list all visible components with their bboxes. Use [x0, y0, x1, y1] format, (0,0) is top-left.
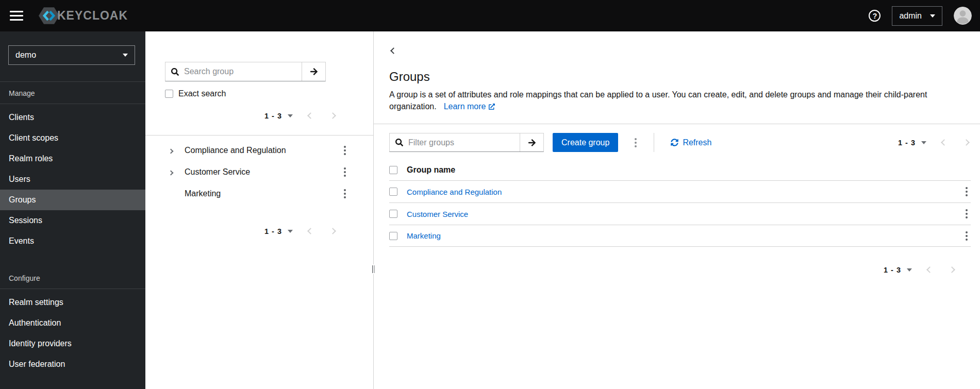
caret-down-icon: [288, 230, 293, 233]
caret-down-icon: [907, 268, 912, 272]
row-kebab-menu-icon[interactable]: [962, 207, 971, 221]
toolbar-kebab-menu-icon[interactable]: [632, 136, 640, 149]
sidebar-item-label: Clients: [9, 113, 34, 122]
realm-selector-value: demo: [15, 50, 36, 60]
pagination-next-button[interactable]: [962, 137, 971, 148]
row-checkbox[interactable]: [389, 210, 397, 218]
sidebar-item-label: Sessions: [9, 216, 42, 225]
create-group-button[interactable]: Create group: [553, 133, 618, 152]
chevron-right-icon: [329, 228, 336, 234]
sidebar-item-groups[interactable]: Groups: [0, 190, 145, 210]
sidebar-item-users[interactable]: Users: [0, 169, 145, 190]
expand-toggle-icon[interactable]: [169, 168, 185, 176]
user-menu-dropdown[interactable]: admin: [892, 6, 942, 26]
sidebar-item-sessions[interactable]: Sessions: [0, 210, 145, 231]
chevron-left-icon: [926, 266, 933, 273]
pagination-menu-toggle[interactable]: 1 - 3: [884, 266, 912, 274]
external-link-icon: [489, 104, 495, 110]
sidebar-item-label: Groups: [9, 195, 36, 205]
help-icon[interactable]: ?: [869, 10, 881, 22]
sidebar-item-label: Authentication: [9, 318, 61, 328]
pagination-menu-toggle[interactable]: 1 - 3: [264, 112, 293, 120]
chevron-down-icon: [123, 54, 128, 57]
group-name-link[interactable]: Marketing: [185, 189, 221, 198]
chevron-left-icon: [307, 228, 314, 234]
nav-section-configure: Configure: [0, 267, 145, 289]
kebab-menu-icon[interactable]: [341, 144, 349, 157]
group-name-link[interactable]: Compliance and Regulation: [185, 146, 286, 155]
filter-groups-input[interactable]: [408, 133, 520, 151]
groups-tree-panel: Exact search 1 - 3 Compliance and Regula…: [145, 31, 374, 389]
group-link[interactable]: Compliance and Regulation: [407, 188, 502, 196]
pagination-prev-button[interactable]: [306, 110, 315, 122]
pagination-range: 1 - 3: [884, 266, 901, 274]
collapse-panel-button[interactable]: [389, 46, 398, 56]
nav-section-manage: Manage: [0, 82, 145, 104]
panel-resize-handle[interactable]: [372, 264, 375, 274]
filter-submit-button[interactable]: [520, 133, 543, 151]
divider: [654, 133, 654, 152]
pagination-menu-toggle[interactable]: 1 - 3: [264, 227, 293, 235]
row-kebab-menu-icon[interactable]: [962, 185, 971, 198]
exact-search-checkbox[interactable]: [165, 90, 173, 98]
chevron-down-icon: [930, 14, 935, 18]
table-row-compliance-and-regulation: Compliance and Regulation: [389, 180, 971, 202]
refresh-button[interactable]: Refresh: [671, 138, 711, 147]
sidebar-item-events[interactable]: Events: [0, 231, 145, 251]
realm-selector[interactable]: demo: [8, 45, 135, 65]
page-description: A group is a set of attributes and role …: [389, 89, 959, 112]
group-name-link[interactable]: Customer Service: [185, 167, 250, 177]
groups-table: Group name Compliance and Regulation Cus…: [389, 159, 971, 247]
nav-list-configure: Realm settings Authentication Identity p…: [0, 289, 145, 375]
search-group-input[interactable]: [184, 62, 302, 81]
kebab-menu-icon[interactable]: [341, 165, 349, 179]
pagination-next-button[interactable]: [948, 264, 956, 276]
sidebar-item-realm-settings[interactable]: Realm settings: [0, 292, 145, 313]
row-kebab-menu-icon[interactable]: [962, 229, 971, 243]
pagination-prev-button[interactable]: [306, 225, 315, 237]
search-submit-button[interactable]: [302, 62, 325, 81]
row-checkbox[interactable]: [389, 188, 397, 196]
pagination-prev-button[interactable]: [925, 264, 934, 276]
sidebar-item-client-scopes[interactable]: Client scopes: [0, 128, 145, 148]
pagination-next-button[interactable]: [328, 110, 337, 122]
table-row-marketing: Marketing: [389, 225, 971, 247]
group-link[interactable]: Marketing: [407, 231, 441, 240]
search-icon: [390, 133, 408, 151]
brand-text: KEYCLOAK: [57, 9, 128, 23]
sidebar-item-user-federation[interactable]: User federation: [0, 354, 145, 375]
search-icon: [165, 62, 184, 81]
chevron-left-icon: [941, 139, 948, 146]
tree-row-compliance-and-regulation: Compliance and Regulation: [145, 140, 373, 161]
tree-row-customer-service: Customer Service: [145, 161, 373, 183]
group-link[interactable]: Customer Service: [407, 210, 468, 218]
sidebar-item-label: Identity providers: [9, 339, 72, 348]
learn-more-link[interactable]: Learn more: [444, 102, 495, 111]
sidebar-item-clients[interactable]: Clients: [0, 107, 145, 128]
row-checkbox[interactable]: [389, 232, 397, 240]
select-all-checkbox[interactable]: [389, 166, 397, 174]
groups-main-panel: Groups A group is a set of attributes an…: [374, 31, 980, 389]
sidebar-item-realm-roles[interactable]: Realm roles: [0, 148, 145, 169]
pagination-next-button[interactable]: [328, 225, 337, 237]
sidebar-item-authentication[interactable]: Authentication: [0, 313, 145, 333]
hamburger-menu-icon[interactable]: [10, 11, 23, 21]
tree-pagination-top: 1 - 3: [165, 110, 373, 122]
avatar[interactable]: [954, 7, 972, 25]
pagination-range: 1 - 3: [264, 112, 282, 120]
pagination-range: 1 - 3: [898, 139, 916, 147]
group-search-bar: [165, 62, 326, 81]
sidebar-item-identity-providers[interactable]: Identity providers: [0, 333, 145, 354]
pagination-menu-toggle[interactable]: 1 - 3: [898, 139, 926, 147]
table-row-customer-service: Customer Service: [389, 202, 971, 225]
pagination-prev-button[interactable]: [940, 137, 949, 148]
table-pagination-top: 1 - 3: [898, 137, 971, 148]
sidebar-item-label: Events: [9, 236, 34, 246]
kebab-menu-icon[interactable]: [341, 187, 349, 200]
caret-down-icon: [288, 114, 293, 117]
chevron-left-icon: [390, 47, 397, 54]
chevron-right-icon: [329, 112, 336, 119]
table-pagination-bottom: 1 - 3: [389, 264, 971, 276]
expand-toggle-icon[interactable]: [169, 147, 185, 155]
page-title: Groups: [389, 70, 971, 84]
